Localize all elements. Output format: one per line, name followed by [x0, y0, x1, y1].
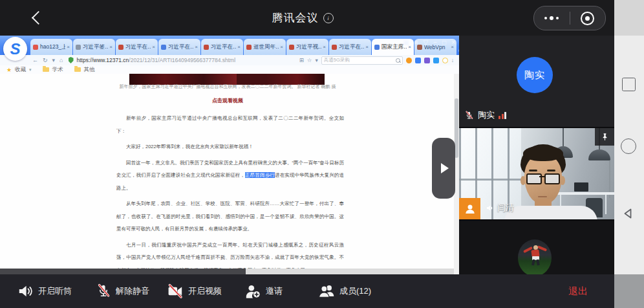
favorites-caret-icon[interactable]: ▾ — [29, 67, 32, 72]
screen-share-view[interactable]: hao123_上 × 习近平签… × 习近平在… × 习近平在… × — [0, 36, 459, 274]
sogou-logo[interactable]: S — [3, 37, 27, 61]
mic-muted-icon — [96, 283, 111, 299]
browser-tab[interactable]: 习近平签… × — [73, 39, 115, 55]
avatar-photo — [518, 239, 552, 274]
record-circle-icon — [581, 12, 594, 25]
nav-bar-bottom-shade — [614, 274, 644, 308]
nav-home-icon[interactable]: ⌂ — [59, 57, 63, 63]
mic-muted-icon — [464, 111, 474, 120]
back-nav-icon[interactable] — [622, 207, 635, 220]
browser-tab[interactable]: 逝世周年… × — [244, 39, 286, 55]
bookmark-folder-1[interactable]: 学术 — [52, 66, 63, 74]
speaker-toggle-button[interactable]: 开启听筒 — [17, 283, 72, 300]
meeting-app: 腾讯会议 i hao123_上 × 习近平签… × — [0, 0, 644, 308]
folder-icon — [74, 67, 81, 72]
home-icon[interactable] — [621, 138, 636, 154]
nav-dropdown-icon[interactable]: ▾ — [52, 57, 56, 63]
extension-icon-orange[interactable] — [406, 58, 412, 63]
tab-favicon — [289, 45, 294, 50]
tab-close-icon[interactable]: × — [67, 44, 70, 50]
browser-tab[interactable]: 习近平在… × — [116, 39, 158, 55]
tab-favicon — [332, 45, 337, 50]
start-video-button[interactable]: 开启视频 — [167, 283, 222, 300]
window-controls: ▣ ≡ ▽ − □ × — [403, 39, 455, 47]
desktop-taskbar-sliver — [0, 269, 246, 274]
video-tile-yanqing[interactable]: 闫清 — [459, 128, 614, 219]
tab-favicon — [161, 45, 166, 50]
extension-icon-yellow[interactable] — [442, 58, 448, 63]
members-button[interactable]: 成员(12) — [318, 283, 371, 300]
favorite-star-icon[interactable]: ☆ — [307, 57, 312, 63]
video-tile-football[interactable] — [459, 221, 614, 274]
participant-name: 陶实 — [478, 109, 495, 121]
browser-tab[interactable]: 习近平在… × — [158, 39, 200, 55]
grid-icon[interactable]: ⊞ — [299, 57, 304, 63]
recent-apps-icon[interactable] — [622, 78, 636, 91]
tab-close-icon[interactable]: × — [109, 44, 113, 50]
more-options-button[interactable] — [534, 6, 570, 30]
menu-icon[interactable]: ≡ — [414, 39, 418, 47]
top-bar: 腾讯会议 i — [0, 0, 644, 36]
search-input[interactable]: 高通5G采购 — [321, 56, 403, 65]
browser-navbar: ← ↻ ▾ ⌂ https://www.12371.cn/2021/12/31/… — [0, 55, 459, 65]
invite-button[interactable]: 邀请 — [244, 283, 283, 300]
android-nav-bar — [614, 0, 644, 308]
nav-refresh-icon[interactable]: ↻ — [43, 57, 48, 63]
speaker-icon — [17, 283, 34, 300]
exit-button[interactable]: 退出 — [568, 285, 588, 298]
extension-icon-purple[interactable] — [424, 58, 430, 63]
watch-video-link[interactable]: 点击观看视频 — [116, 97, 339, 104]
maximize-icon[interactable]: □ — [442, 39, 446, 47]
participant-name: 闫清 — [497, 202, 514, 214]
tab-favicon — [33, 45, 38, 50]
browser-tab[interactable]: 习近平视… × — [286, 39, 328, 55]
download-icon[interactable]: ↓ — [451, 57, 454, 63]
browser-tab[interactable]: 习近平在… × — [201, 39, 243, 55]
pin-button[interactable] — [595, 128, 614, 146]
paragraph: 新年前夕，国家主席习近平通过中央广播电视总台和互联网，发表了二〇二二年新年贺词。… — [116, 112, 344, 137]
avatar: 陶实 — [517, 57, 553, 93]
camera-muted-icon — [167, 283, 184, 300]
close-capsule-button[interactable] — [570, 6, 606, 30]
url-field[interactable]: https://www.12371.cn/2021/12/31/ARTI1640… — [77, 57, 236, 63]
presenter-badge — [459, 198, 480, 219]
tab-favicon — [76, 45, 81, 50]
miniprogram-capsule — [533, 6, 606, 30]
unmute-button[interactable]: 解除静音 — [96, 283, 149, 299]
invite-person-icon — [244, 283, 261, 300]
browser-tab[interactable]: hao123_上 × — [30, 39, 72, 55]
person-shirt — [504, 206, 597, 219]
minimize-icon[interactable]: − — [433, 39, 437, 47]
bookmarks-bar: ★ 收藏 ▾ 学术 其他 — [0, 65, 459, 74]
paragraph: 从年头到年尾，农田、企业、社区、学校、医院、军营、科研院所……大家忙了一整年，付… — [116, 197, 344, 236]
video-tile-taoshi[interactable]: 陶实 陶实 — [459, 36, 614, 127]
tab-close-icon[interactable]: × — [237, 44, 241, 50]
tab-close-icon[interactable]: × — [152, 44, 155, 50]
filter-icon[interactable]: ▽ — [424, 39, 429, 47]
caret-icon[interactable]: ▾ — [315, 57, 317, 63]
tab-favicon — [204, 45, 209, 50]
nav-back-icon[interactable]: ← — [32, 57, 38, 63]
extension-icon-blue[interactable] — [415, 58, 421, 63]
navbar-tools: ⊞ ☆ ▾ 高通5G采购 ↓ — [299, 56, 454, 65]
bookmark-star-icon[interactable]: ★ — [6, 67, 12, 73]
tab-close-icon[interactable]: × — [195, 44, 198, 50]
extension-icon-lightblue[interactable] — [433, 58, 439, 63]
tab-close-icon[interactable]: × — [280, 44, 283, 50]
info-icon[interactable]: i — [323, 13, 334, 23]
tab-close-icon[interactable]: × — [365, 44, 369, 50]
members-icon — [318, 283, 335, 300]
favorites-button[interactable]: 收藏 — [15, 66, 26, 74]
panel-icon[interactable]: ▣ — [403, 39, 409, 47]
tile-footer: 陶实 — [464, 109, 506, 121]
close-window-icon[interactable]: × — [451, 39, 455, 47]
browser-tab[interactable]: 习近平在… × — [329, 39, 371, 55]
paragraph: 大家好，2022年即将到来，我在北京向大家致以新年祝福！ — [116, 140, 344, 153]
tab-favicon — [118, 45, 123, 50]
video-panel-expand-handle[interactable] — [432, 138, 455, 199]
article-body: 新年前夕，国家主席习近平通过中央广播电视总台和互联网，发表了二〇二二年新年贺词。… — [116, 112, 344, 274]
article-page: 新年前夕，国家主席习近平通过中央广播电视总台和互联网，发表二〇二二年新年贺词。 … — [0, 74, 459, 274]
tab-close-icon[interactable]: × — [323, 44, 326, 50]
bookmark-folder-2[interactable]: 其他 — [84, 66, 95, 74]
presenter-person-icon — [464, 203, 477, 215]
